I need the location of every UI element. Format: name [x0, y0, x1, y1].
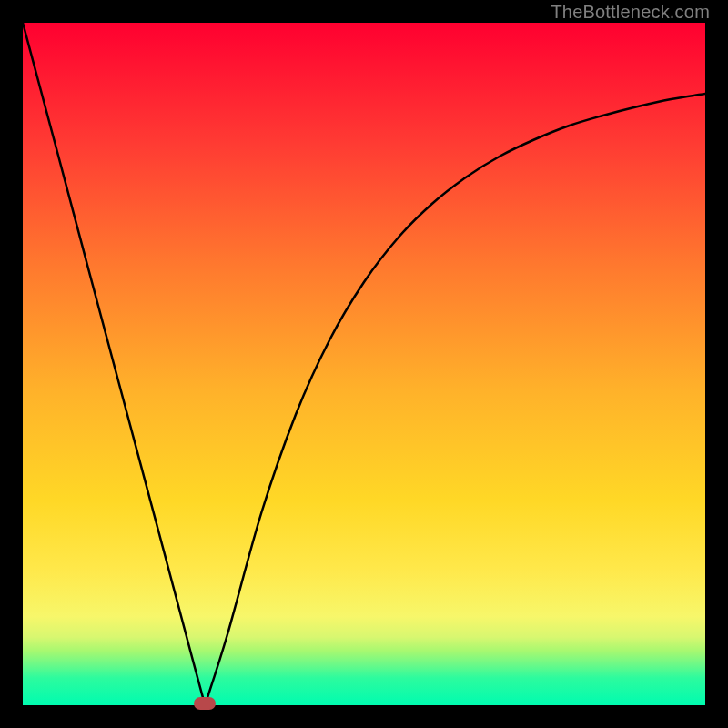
bottleneck-curve [23, 23, 705, 705]
watermark-text: TheBottleneck.com [551, 2, 710, 23]
chart-curve-layer [23, 23, 705, 705]
chart-frame: TheBottleneck.com [0, 0, 728, 728]
minimum-marker [194, 697, 216, 710]
